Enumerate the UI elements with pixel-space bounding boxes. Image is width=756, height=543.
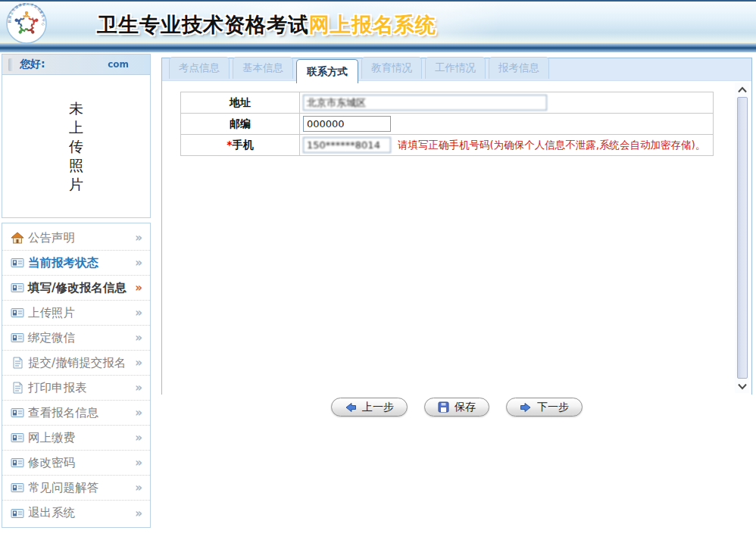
tab-education-info[interactable]: 教育情况 — [361, 57, 422, 79]
photo-placeholder-char: 传 — [69, 137, 83, 156]
scrollbar-up-button[interactable] — [736, 83, 748, 96]
document-icon — [11, 382, 24, 394]
tab-application-info[interactable]: 报考信息 — [489, 57, 549, 79]
next-step-label: 下一步 — [537, 401, 569, 414]
mobile-note: 请填写正确手机号码(为确保个人信息不泄露,系统会自动加密存储)。 — [398, 139, 705, 151]
prev-step-button[interactable]: 上一步 — [331, 398, 408, 417]
chevron-right-icon: » — [135, 507, 142, 520]
home-icon — [11, 232, 24, 244]
address-input[interactable] — [303, 95, 547, 111]
photo-placeholder-char: 照 — [69, 156, 83, 175]
sidebar-item-label: 填写/修改报名信息 — [28, 280, 127, 296]
sidebar-item-label: 打印申报表 — [28, 380, 87, 396]
tab-basic-info[interactable]: 基本信息 — [233, 57, 293, 79]
photo-placeholder: 未 上 传 照 片 — [2, 75, 150, 217]
main-content-panel: 考点信息 基本信息 联系方式 教育情况 工作情况 报考信息 地址 邮编 *手机 … — [161, 58, 752, 395]
contact-form-table: 地址 邮编 *手机 请填写正确手机号码(为确保个人信息不泄露,系统会自动加密存储… — [180, 92, 714, 156]
sidebar-user-panel: 您好: com 未 上 传 照 片 — [2, 54, 151, 218]
id-card-icon — [11, 507, 24, 520]
save-button[interactable]: 保存 — [424, 398, 489, 417]
table-row-mobile: *手机 请填写正确手机号码(为确保个人信息不泄露,系统会自动加密存储)。 — [181, 135, 714, 156]
save-label: 保存 — [455, 401, 476, 414]
registration-system-page: 国家卫生健康委人才交流服务中心 卫生专业技术资格考试网上报名系统 您好: com — [0, 0, 756, 543]
sidebar-item-label: 公告声明 — [28, 230, 75, 246]
app-header: 国家卫生健康委人才交流服务中心 卫生专业技术资格考试网上报名系统 — [0, 0, 756, 43]
sidebar-item-label: 当前报考状态 — [28, 255, 98, 271]
chevron-right-icon: » — [135, 231, 142, 245]
photo-placeholder-char: 上 — [69, 118, 83, 137]
sidebar-item-current-status[interactable]: 当前报考状态 » — [2, 251, 150, 276]
chevron-down-icon — [737, 383, 748, 390]
chevron-right-icon: » — [135, 481, 142, 495]
title-accent: 网上报名系统 — [309, 13, 436, 36]
tab-work-info[interactable]: 工作情况 — [425, 57, 486, 79]
tab-contact-info[interactable]: 联系方式 — [296, 59, 358, 83]
sidebar-item-label: 查看报名信息 — [28, 405, 98, 421]
postal-code-input[interactable] — [303, 116, 391, 132]
sidebar-item-print-application[interactable]: 打印申报表 » — [2, 376, 150, 401]
arrow-right-icon — [520, 402, 532, 413]
chevron-right-icon: » — [135, 281, 142, 295]
header-divider-band — [0, 43, 756, 52]
id-card-icon — [11, 332, 24, 344]
prev-step-label: 上一步 — [362, 401, 394, 414]
sidebar-item-upload-photo[interactable]: 上传照片 » — [2, 301, 150, 326]
form-button-row: 上一步 保存 下一步 — [161, 398, 752, 417]
id-card-icon — [11, 282, 24, 294]
page-title: 卫生专业技术资格考试网上报名系统 — [97, 11, 436, 39]
sidebar-item-label: 绑定微信 — [28, 330, 75, 346]
greeting-accent-bar — [8, 58, 14, 71]
sidebar-item-label: 修改密码 — [28, 455, 75, 471]
sidebar-item-label: 上传照片 — [28, 305, 75, 321]
greeting-bar: 您好: com — [2, 55, 150, 75]
username-fragment: com — [108, 59, 129, 70]
sidebar-item-label: 退出系统 — [28, 505, 75, 521]
sidebar-item-change-password[interactable]: 修改密码 » — [2, 451, 150, 476]
chevron-right-icon: » — [135, 356, 142, 370]
table-row-address: 地址 — [181, 92, 714, 114]
sidebar-item-label: 常见问题解答 — [28, 480, 98, 496]
id-card-icon — [11, 307, 24, 319]
chevron-right-icon: » — [135, 256, 142, 270]
scrollbar-thumb[interactable] — [737, 97, 748, 379]
save-disk-icon — [438, 401, 449, 413]
chevron-right-icon: » — [135, 456, 142, 470]
title-main: 卫生专业技术资格考试 — [97, 13, 309, 36]
sidebar-item-announcements[interactable]: 公告声明 » — [2, 226, 150, 251]
tab-panel-contact: 地址 邮编 *手机 请填写正确手机号码(为确保个人信息不泄露,系统会自动加密存储… — [162, 81, 751, 395]
sidebar-item-logout[interactable]: 退出系统 » — [2, 501, 150, 526]
required-mark: * — [226, 139, 232, 151]
photo-placeholder-char: 片 — [69, 175, 83, 194]
vertical-scrollbar — [735, 83, 749, 393]
mobile-input[interactable] — [303, 137, 391, 153]
sidebar-item-label: 网上缴费 — [28, 430, 75, 446]
arrow-left-icon — [345, 402, 357, 413]
mobile-label: 手机 — [233, 139, 254, 151]
document-icon — [11, 357, 24, 369]
id-card-icon — [11, 407, 24, 419]
org-seal-logo: 国家卫生健康委人才交流服务中心 — [6, 3, 47, 44]
id-card-icon — [11, 482, 24, 494]
postal-code-label: 邮编 — [230, 117, 251, 130]
sidebar-item-faq[interactable]: 常见问题解答 » — [2, 476, 150, 501]
tab-exam-site-info[interactable]: 考点信息 — [169, 57, 230, 79]
sidebar-item-online-payment[interactable]: 网上缴费 » — [2, 426, 150, 451]
sidebar-item-view-registration-info[interactable]: 查看报名信息 » — [2, 401, 150, 426]
scrollbar-down-button[interactable] — [736, 379, 748, 393]
chevron-right-icon: » — [135, 306, 142, 320]
chevron-right-icon: » — [135, 381, 142, 395]
sidebar-item-bind-wechat[interactable]: 绑定微信 » — [2, 326, 150, 351]
sidebar-item-edit-registration-info[interactable]: 填写/修改报名信息 » — [2, 276, 150, 301]
chevron-right-icon: » — [135, 331, 142, 345]
chevron-up-icon — [737, 86, 748, 93]
greeting-label: 您好: — [20, 58, 45, 71]
id-card-icon — [11, 257, 24, 269]
id-card-icon — [11, 432, 24, 444]
sidebar-menu: 公告声明 » 当前报考状态 » 填写/修改报名信息 » 上传照片 » 绑定微信 … — [2, 223, 151, 528]
table-row-postal-code: 邮编 — [181, 114, 714, 135]
next-step-button[interactable]: 下一步 — [506, 398, 583, 417]
sidebar-item-submit-revoke[interactable]: 提交/撤销提交报名 » — [2, 351, 150, 376]
sidebar-item-label: 提交/撤销提交报名 — [28, 355, 126, 371]
chevron-right-icon: » — [135, 431, 142, 445]
photo-placeholder-char: 未 — [69, 99, 83, 118]
